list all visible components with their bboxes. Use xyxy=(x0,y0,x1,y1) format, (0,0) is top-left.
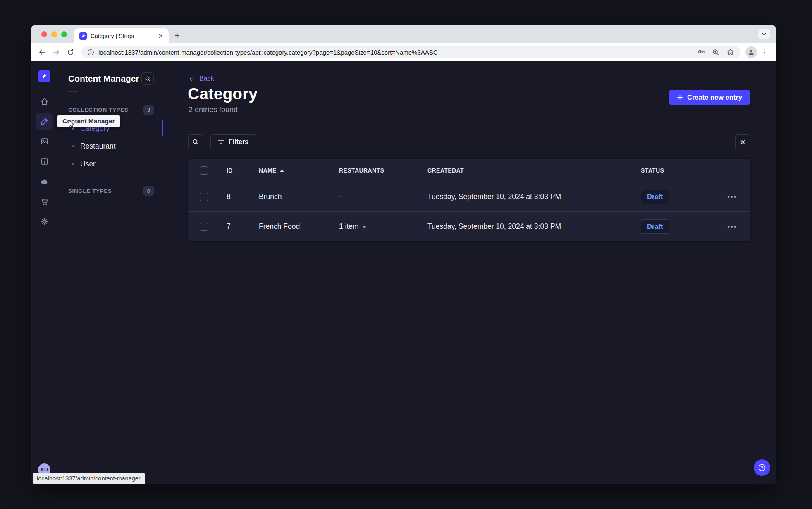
browser-profile-avatar[interactable] xyxy=(745,46,757,58)
single-types-count: 0 xyxy=(143,186,154,196)
cell-createdat: Tuesday, September 10, 2024 at 3:03 PM xyxy=(420,222,634,231)
forward-nav-button[interactable] xyxy=(50,46,62,58)
back-link[interactable]: Back xyxy=(189,75,214,82)
main-content: Back Category 2 entries found Create new… xyxy=(163,61,776,484)
row-actions-button[interactable]: ••• xyxy=(719,223,750,230)
status-badge: Draft xyxy=(641,190,669,204)
row-checkbox[interactable] xyxy=(200,193,208,201)
content-type-builder-icon[interactable] xyxy=(36,153,53,170)
bullet-icon xyxy=(72,163,74,165)
search-button[interactable] xyxy=(188,134,203,149)
subnav-title: Content Manager xyxy=(68,74,139,84)
site-info-icon[interactable] xyxy=(87,49,94,56)
link-preview-statusbar: localhost:1337/admin/content-manager xyxy=(33,473,145,484)
subnav-divider xyxy=(68,91,78,92)
arrow-left-icon xyxy=(189,75,196,82)
password-key-icon[interactable] xyxy=(697,48,705,56)
help-button[interactable] xyxy=(754,459,770,476)
close-tab-icon[interactable]: ✕ xyxy=(157,32,165,40)
browser-tab[interactable]: Category | Strapi ✕ xyxy=(74,28,169,43)
cell-name: Brunch xyxy=(252,192,332,201)
strapi-logo[interactable] xyxy=(38,70,50,82)
strapi-favicon-icon xyxy=(79,32,87,40)
address-bar[interactable]: localhost:1337/admin/content-manager/col… xyxy=(81,46,740,58)
entries-count: 2 entries found xyxy=(189,106,238,114)
cell-id: 8 xyxy=(220,192,252,201)
caret-down-icon xyxy=(362,226,366,228)
bullet-icon xyxy=(72,145,74,147)
browser-menu-icon[interactable]: ⋮ xyxy=(759,48,771,57)
sort-asc-icon xyxy=(280,169,284,172)
new-tab-button[interactable]: + xyxy=(174,31,180,40)
tab-search-button[interactable] xyxy=(758,29,770,39)
filter-icon xyxy=(218,139,224,145)
marketplace-cart-icon[interactable] xyxy=(36,193,53,210)
window-controls[interactable] xyxy=(41,31,67,37)
collection-types-count: 3 xyxy=(143,105,154,115)
subnav-item-restaurant[interactable]: Restaurant xyxy=(57,137,163,155)
header-restaurants[interactable]: RESTAURANTS xyxy=(332,167,420,174)
select-all-checkbox[interactable] xyxy=(200,166,208,175)
media-library-icon[interactable] xyxy=(36,133,53,149)
cell-restaurants[interactable]: 1 item xyxy=(332,222,420,231)
plus-icon xyxy=(677,94,683,101)
browser-tab-strip: Category | Strapi ✕ + xyxy=(31,25,776,43)
mouse-cursor xyxy=(67,120,76,132)
close-window-button[interactable] xyxy=(41,31,47,37)
bookmark-star-icon[interactable] xyxy=(726,48,735,56)
header-createdat[interactable]: CREATEDAT xyxy=(420,167,634,174)
zoom-window-button[interactable] xyxy=(61,31,67,37)
settings-gear-icon[interactable] xyxy=(36,213,53,230)
cell-id: 7 xyxy=(220,222,252,231)
status-badge: Draft xyxy=(641,219,669,234)
row-actions-button[interactable]: ••• xyxy=(719,193,750,201)
main-nav-rail: KD xyxy=(31,61,57,484)
browser-window: Category | Strapi ✕ + localhost:1337/adm… xyxy=(31,25,776,484)
deploy-cloud-icon[interactable] xyxy=(36,173,53,190)
rail-divider xyxy=(38,88,50,88)
subnav-item-user[interactable]: User xyxy=(57,155,163,173)
table-row[interactable]: 7 French Food 1 item Tuesday, September … xyxy=(188,211,750,241)
header-name[interactable]: NAME xyxy=(252,167,332,174)
nav-tooltip: Content Manager xyxy=(57,115,120,127)
table-header-row: ID NAME RESTAURANTS CREATEDAT STATUS xyxy=(188,159,750,182)
url-text[interactable]: localhost:1337/admin/content-manager/col… xyxy=(98,49,693,56)
zoom-page-icon[interactable] xyxy=(712,48,720,56)
cell-name: French Food xyxy=(252,222,332,231)
minimize-window-button[interactable] xyxy=(51,31,57,37)
page-title: Category xyxy=(188,85,258,103)
strapi-admin: KD Content Manager COLLECTION TYPES 3 Ca… xyxy=(31,61,776,484)
create-new-entry-button[interactable]: Create new entry xyxy=(669,90,750,105)
browser-toolbar: localhost:1337/admin/content-manager/col… xyxy=(31,43,776,61)
view-settings-button[interactable] xyxy=(735,134,750,149)
content-manager-icon[interactable] xyxy=(36,113,53,130)
tab-title: Category | Strapi xyxy=(91,33,153,39)
single-types-label: SINGLE TYPES xyxy=(68,188,112,194)
entries-table: ID NAME RESTAURANTS CREATEDAT STATUS 8 B… xyxy=(188,159,750,241)
table-row[interactable]: 8 Brunch - Tuesday, September 10, 2024 a… xyxy=(188,182,750,211)
row-checkbox[interactable] xyxy=(200,223,208,231)
home-icon[interactable] xyxy=(36,93,53,110)
header-id[interactable]: ID xyxy=(220,167,252,174)
back-nav-button[interactable] xyxy=(36,46,48,58)
collection-types-label: COLLECTION TYPES xyxy=(68,107,128,113)
cell-restaurants: - xyxy=(332,192,420,201)
cell-createdat: Tuesday, September 10, 2024 at 3:03 PM xyxy=(420,192,634,201)
filters-button[interactable]: Filters xyxy=(210,134,256,149)
reload-button[interactable] xyxy=(64,46,76,58)
subnav-search-button[interactable] xyxy=(141,72,154,85)
list-toolbar: Filters xyxy=(188,134,750,149)
header-status[interactable]: STATUS xyxy=(634,167,719,174)
